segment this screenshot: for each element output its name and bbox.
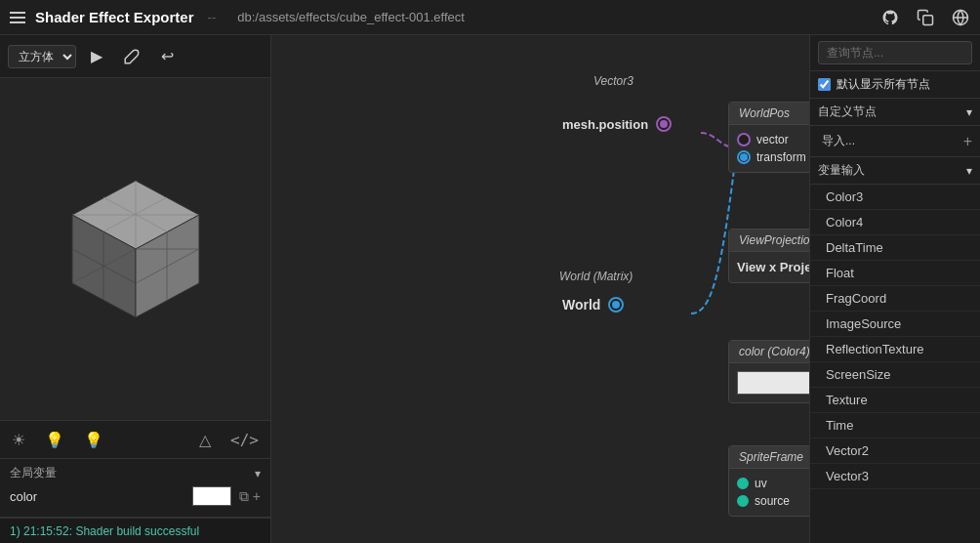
variables-header[interactable]: 变量输入 ▾ xyxy=(810,157,980,185)
brush-button[interactable] xyxy=(117,43,146,70)
header-icons xyxy=(880,8,970,27)
github-icon[interactable] xyxy=(880,8,900,27)
var-item-color3[interactable]: Color3 xyxy=(810,185,980,210)
spriteframe-header: SpriteFrame xyxy=(729,446,809,469)
worldpos-vector-in-port[interactable] xyxy=(737,133,751,146)
app-title: Shader Effect Exporter xyxy=(35,9,194,25)
status-message: 1) 21:15:52: Shader build successful xyxy=(10,524,199,538)
undo-button[interactable]: ↩ xyxy=(152,43,182,70)
import-button[interactable]: 导入... xyxy=(818,131,859,151)
copy-icon[interactable] xyxy=(916,8,935,27)
file-path: db:/assets/effects/cube_effect-001.effec… xyxy=(237,10,465,24)
variables-chevron: ▾ xyxy=(966,164,972,178)
bottom-icons-bar: ☀ 💡 💡 △ </> xyxy=(0,420,270,459)
cube-preview xyxy=(48,161,224,337)
sun-icon[interactable]: ☀ xyxy=(12,431,25,449)
color-header: color (Color4) xyxy=(729,341,809,363)
spriteframe-uv-in-port[interactable] xyxy=(737,478,749,489)
worldpos-vector-row: vector output + xyxy=(737,131,809,148)
right-search-container xyxy=(810,35,980,71)
var-item-imagesource[interactable]: ImageSource xyxy=(810,312,980,337)
viewprojection-label-row: View x Projection xyxy=(737,258,809,276)
variable-items-list: Color3 Color4 DeltaTime Float FragCoord … xyxy=(810,185,980,489)
left-panel: 立方体 ▶ ↩ xyxy=(0,35,271,543)
spriteframe-node: SpriteFrame uv rgba + source rgb xyxy=(728,445,809,517)
viewprojection-node: ViewProjection (Matrix) View x Projectio… xyxy=(728,229,809,283)
worldpos-header: WorldPos xyxy=(729,103,809,125)
var-icons: ⧉ + xyxy=(239,488,261,505)
world-matrix-label: World (Matrix) xyxy=(559,270,633,283)
worldpos-transform-row: transform xyz + xyxy=(737,148,809,166)
add-var-icon[interactable]: + xyxy=(253,488,261,505)
header-separator: -- xyxy=(208,10,217,24)
variables-label: 变量输入 xyxy=(818,162,865,179)
color-swatch[interactable] xyxy=(192,486,231,506)
viewprojection-body: View x Projection xyxy=(729,252,809,282)
var-item-fragcoord[interactable]: FragCoord xyxy=(810,286,980,312)
world-label: World xyxy=(562,297,600,313)
custom-nodes-header[interactable]: 自定义节点 ▾ xyxy=(810,99,980,126)
globe-icon[interactable] xyxy=(951,8,970,27)
globals-header: 全局变量 ▾ xyxy=(10,465,261,481)
color-var-name: color xyxy=(10,489,184,504)
add-icon[interactable]: + xyxy=(963,133,972,150)
triangle-icon[interactable]: △ xyxy=(199,431,211,449)
vector3-label: Vector3 xyxy=(593,74,633,88)
main-layout: 立方体 ▶ ↩ xyxy=(0,35,980,543)
var-item-time[interactable]: Time xyxy=(810,413,980,439)
worldpos-transform-in-port[interactable] xyxy=(737,150,751,164)
color-node: color (Color4) + xyxy=(728,340,809,403)
var-item-vector2[interactable]: Vector2 xyxy=(810,439,980,464)
svg-rect-0 xyxy=(923,15,933,24)
world-node: World xyxy=(562,297,624,313)
spriteframe-uv-label: uv xyxy=(755,477,767,490)
code-icon[interactable]: </> xyxy=(230,431,259,449)
menu-icon[interactable] xyxy=(10,12,25,23)
show-all-checkbox[interactable] xyxy=(818,78,831,91)
mesh-position-label: mesh.position xyxy=(562,117,648,132)
globals-section: 全局变量 ▾ color ⧉ + xyxy=(0,459,270,518)
color-preview-swatch[interactable] xyxy=(737,371,809,395)
right-panel: 默认显示所有节点 自定义节点 ▾ 导入... + 变量输入 ▾ Color3 C… xyxy=(809,35,980,543)
var-item-screensize[interactable]: ScreenSize xyxy=(810,362,980,388)
copy-var-icon[interactable]: ⧉ xyxy=(239,488,249,505)
light-icon[interactable]: 💡 xyxy=(84,431,103,449)
view-projection-text: View x Projection xyxy=(737,260,809,274)
var-item-float[interactable]: Float xyxy=(810,261,980,286)
show-all-label: 默认显示所有节点 xyxy=(837,76,930,93)
bulb-icon[interactable]: 💡 xyxy=(45,431,64,449)
globals-chevron[interactable]: ▾ xyxy=(255,467,261,480)
left-toolbar: 立方体 ▶ ↩ xyxy=(0,35,270,78)
worldpos-body: vector output + transform xyz + xyxy=(729,125,809,172)
preview-area xyxy=(0,78,270,420)
spriteframe-source-in-port[interactable] xyxy=(737,495,749,507)
var-item-deltatime[interactable]: DeltaTime xyxy=(810,235,980,261)
spriteframe-uv-row: uv rgba + xyxy=(737,475,809,492)
color-body: + xyxy=(729,363,809,402)
mesh-position-node: mesh.position xyxy=(562,116,672,132)
custom-nodes-label: 自定义节点 xyxy=(818,104,877,120)
worldpos-transform-label: transform xyxy=(756,150,806,164)
mesh-position-port[interactable] xyxy=(656,116,672,132)
var-item-color4[interactable]: Color4 xyxy=(810,210,980,235)
worldpos-vector-label: vector xyxy=(756,133,789,146)
var-item-reflectiontexture[interactable]: ReflectionTexture xyxy=(810,337,980,362)
world-port[interactable] xyxy=(608,297,624,313)
var-item-vector3[interactable]: Vector3 xyxy=(810,464,980,489)
shape-select[interactable]: 立方体 xyxy=(8,45,76,68)
import-action-row: 导入... + xyxy=(810,126,980,157)
spriteframe-body: uv rgba + source rgb xyxy=(729,469,809,516)
search-input[interactable] xyxy=(818,41,972,64)
app-header: Shader Effect Exporter -- db:/assets/eff… xyxy=(0,0,980,35)
color-variable-row: color ⧉ + xyxy=(10,481,261,511)
globals-label: 全局变量 xyxy=(10,465,57,481)
viewprojection-header: ViewProjection (Matrix) xyxy=(729,230,809,252)
play-button[interactable]: ▶ xyxy=(82,43,111,70)
color-swatch-row: + xyxy=(737,369,809,397)
var-item-texture[interactable]: Texture xyxy=(810,388,980,413)
custom-nodes-chevron: ▾ xyxy=(966,105,972,119)
canvas-area[interactable]: Vector3 mesh.position WorldPos vector ou… xyxy=(271,35,809,543)
worldpos-node: WorldPos vector output + transform xyz xyxy=(728,102,809,173)
spriteframe-source-label: source xyxy=(755,494,790,508)
show-all-checkbox-row: 默认显示所有节点 xyxy=(810,71,980,99)
